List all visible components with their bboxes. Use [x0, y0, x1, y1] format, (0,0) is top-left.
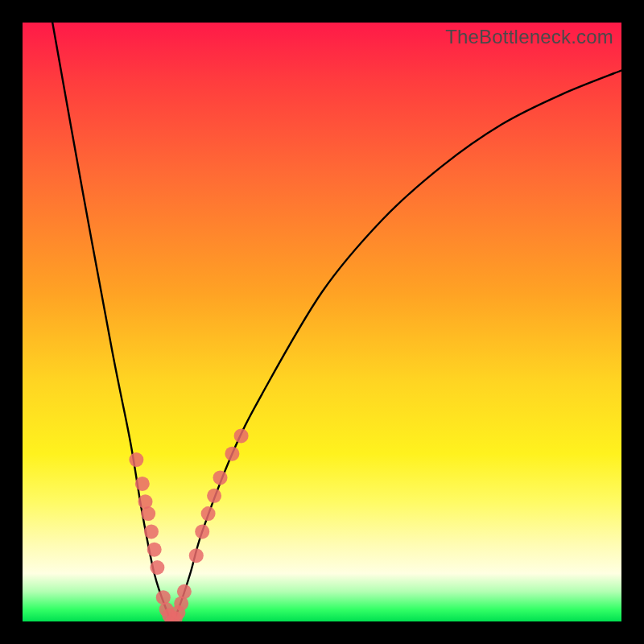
marker-bead — [141, 506, 155, 521]
marker-bead — [189, 548, 204, 563]
chart-frame: TheBottleneck.com — [0, 0, 644, 644]
marker-bead — [174, 597, 188, 611]
marker-bead — [156, 590, 171, 605]
marker-bead — [144, 524, 159, 539]
marker-bead — [168, 611, 183, 621]
marker-bead — [147, 543, 162, 557]
marker-bead — [135, 477, 150, 491]
marker-bead — [225, 447, 239, 461]
marker-bead — [138, 494, 153, 509]
marker-bead — [159, 602, 174, 617]
bottleneck-curve-path — [52, 23, 621, 621]
marker-bead — [150, 560, 164, 575]
marker-bead — [165, 614, 180, 621]
marker-bead — [213, 470, 228, 485]
marker-bead — [171, 605, 185, 620]
curve-layer — [23, 23, 621, 621]
marker-bead — [162, 609, 176, 621]
marker-bead — [129, 452, 143, 467]
watermark-text: TheBottleneck.com — [445, 26, 613, 48]
marker-bead — [177, 584, 192, 599]
marker-bead — [201, 506, 216, 521]
marker-group — [129, 428, 248, 621]
marker-bead — [195, 524, 209, 539]
plot-area: TheBottleneck.com — [23, 23, 621, 621]
marker-bead — [234, 428, 249, 443]
marker-bead — [207, 489, 221, 503]
